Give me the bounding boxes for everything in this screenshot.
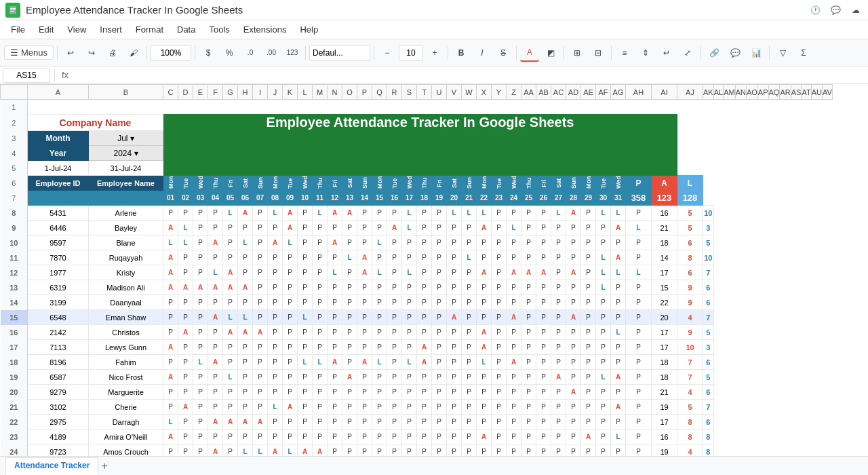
font-size-plus-button[interactable]: + (425, 44, 444, 62)
menu-data[interactable]: Data (172, 22, 201, 37)
col-header[interactable]: H (238, 85, 253, 100)
col-header[interactable]: G (223, 85, 238, 100)
functions-button[interactable]: Σ (794, 44, 813, 62)
col-header[interactable]: AV (822, 85, 832, 100)
col-header[interactable]: N (328, 85, 342, 100)
text-color-button[interactable]: A (520, 44, 539, 62)
increase-decimal-button[interactable]: .00 (262, 44, 281, 62)
col-header[interactable]: Y (492, 85, 507, 100)
col-header[interactable]: R (387, 85, 402, 100)
menu-help[interactable]: Help (294, 22, 323, 37)
strikethrough-button[interactable]: S (494, 44, 513, 62)
menu-edit[interactable]: Edit (33, 22, 59, 37)
italic-button[interactable]: I (473, 44, 492, 62)
col-header[interactable]: AS (791, 85, 802, 100)
menus-button[interactable]: ☰ Menus (4, 45, 54, 60)
col-header[interactable]: Q (372, 85, 387, 100)
align-v-button[interactable]: ⇕ (636, 44, 655, 62)
paint-format-button[interactable]: 🖌 (124, 44, 143, 62)
col-header[interactable]: W (462, 85, 477, 100)
col-header[interactable]: U (432, 85, 447, 100)
col-header[interactable]: AE (581, 85, 596, 100)
col-header[interactable]: X (477, 85, 492, 100)
percent-button[interactable]: % (220, 44, 239, 62)
col-header[interactable]: AU (811, 85, 822, 100)
font-name-input[interactable] (309, 45, 370, 61)
col-header[interactable]: M (313, 85, 328, 100)
chart-button[interactable]: 📊 (747, 44, 766, 62)
col-header[interactable]: AH (626, 85, 652, 100)
cell[interactable]: Jul ▾ (89, 131, 163, 146)
col-header[interactable]: AP (757, 85, 768, 100)
font-size-input[interactable] (399, 45, 423, 61)
formula-input[interactable] (74, 68, 865, 83)
col-header[interactable]: AK (703, 85, 714, 100)
comment-icon[interactable]: 💬 (829, 3, 842, 17)
tab-attendance-tracker[interactable]: Attendance Tracker (5, 457, 98, 475)
cell: P (507, 340, 521, 355)
col-header[interactable]: K (283, 85, 298, 100)
cloud-icon[interactable]: ☁ (849, 3, 863, 17)
align-h-button[interactable]: ≡ (615, 44, 634, 62)
fill-color-button[interactable]: ◩ (541, 44, 560, 62)
col-header[interactable]: L (298, 85, 313, 100)
menu-format[interactable]: Format (130, 22, 169, 37)
col-header[interactable]: AB (536, 85, 551, 100)
col-header[interactable]: O (342, 85, 357, 100)
link-button[interactable]: 🔗 (705, 44, 724, 62)
col-header[interactable]: J (268, 85, 283, 100)
col-header[interactable]: AF (596, 85, 611, 100)
col-header[interactable]: I (253, 85, 268, 100)
col-header[interactable]: A (28, 85, 89, 100)
decrease-decimal-button[interactable]: .0 (241, 44, 260, 62)
col-header[interactable]: AJ (677, 85, 703, 100)
col-header[interactable]: C (163, 85, 178, 100)
borders-button[interactable]: ⊞ (568, 44, 587, 62)
col-header[interactable] (1, 85, 28, 100)
col-header[interactable]: AG (611, 85, 626, 100)
col-header[interactable]: S (402, 85, 417, 100)
zoom-input[interactable] (151, 45, 191, 61)
font-size-minus-button[interactable]: − (378, 44, 397, 62)
format-number-button[interactable]: 123 (283, 44, 302, 62)
col-header[interactable]: AR (780, 85, 791, 100)
menu-tools[interactable]: Tools (203, 22, 235, 37)
col-header[interactable]: AD (566, 85, 581, 100)
col-header[interactable]: F (208, 85, 223, 100)
col-header[interactable]: D (178, 85, 193, 100)
menu-view[interactable]: View (62, 22, 92, 37)
comment-button[interactable]: 💬 (726, 44, 745, 62)
col-header[interactable]: P (357, 85, 372, 100)
cell[interactable]: 2024 ▾ (89, 146, 163, 161)
col-header[interactable]: B (89, 85, 163, 100)
sheet-container[interactable]: ABCDEFGHIJKLMNOPQRSTUVWXYZAAABACADAEAFAG… (0, 84, 868, 461)
merge-button[interactable]: ⊟ (589, 44, 608, 62)
bold-button[interactable]: B (452, 44, 471, 62)
history-icon[interactable]: 🕐 (808, 3, 822, 17)
text-wrap-button[interactable]: ↵ (657, 44, 676, 62)
col-header[interactable]: AM (724, 85, 736, 100)
col-header[interactable]: AI (652, 85, 677, 100)
col-header[interactable]: AQ (768, 85, 780, 100)
currency-button[interactable]: $ (199, 44, 218, 62)
col-header[interactable]: V (447, 85, 462, 100)
undo-button[interactable]: ↩ (61, 44, 80, 62)
filter-button[interactable]: ▽ (773, 44, 792, 62)
menu-file[interactable]: File (5, 22, 31, 37)
add-sheet-button[interactable]: + (101, 460, 107, 472)
col-header[interactable]: AN (735, 85, 746, 100)
cell-reference-input[interactable] (3, 68, 50, 83)
redo-button[interactable]: ↪ (82, 44, 101, 62)
col-header[interactable]: Z (507, 85, 521, 100)
menu-insert[interactable]: Insert (94, 22, 127, 37)
col-header[interactable]: T (417, 85, 432, 100)
col-header[interactable]: AC (551, 85, 566, 100)
col-header[interactable]: E (193, 85, 208, 100)
col-header[interactable]: AL (713, 85, 723, 100)
col-header[interactable]: AT (802, 85, 811, 100)
col-header[interactable]: AA (521, 85, 536, 100)
col-header[interactable]: AO (746, 85, 757, 100)
menu-extensions[interactable]: Extensions (238, 22, 292, 37)
print-button[interactable]: 🖨 (103, 44, 122, 62)
text-rotate-button[interactable]: ⤢ (678, 44, 697, 62)
